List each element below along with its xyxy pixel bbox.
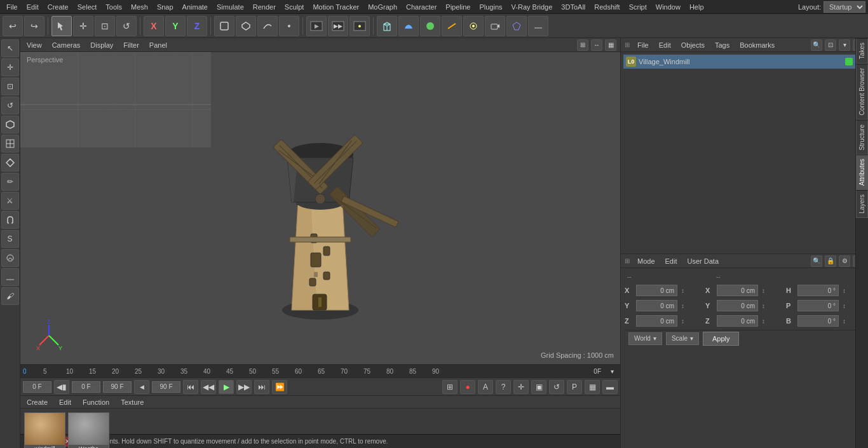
bp-function-btn[interactable]: Function: [80, 397, 112, 407]
attr-edit-btn[interactable]: Edit: [663, 256, 680, 266]
object-item-windmill[interactable]: L0 Village_Windmill: [623, 55, 865, 69]
viewport-settings-btn[interactable]: ↔: [591, 39, 602, 51]
tl-prev-btn[interactable]: ◀▮: [54, 380, 69, 394]
menu-pipeline[interactable]: Pipeline: [442, 2, 474, 12]
rtab-takes[interactable]: Takes: [856, 38, 868, 64]
sidebar-btn-paint2[interactable]: 🖌: [1, 287, 19, 305]
viewport-layout-btn[interactable]: ▦: [605, 39, 616, 51]
spline-button[interactable]: [398, 16, 419, 36]
timeline-ruler[interactable]: 0 5 10 15 20 25 30 35 40 45 50 55 60 65 …: [20, 365, 620, 377]
tl-forward-btn[interactable]: ⏭: [254, 380, 269, 394]
deformer-button[interactable]: [442, 16, 462, 36]
menu-create[interactable]: Create: [44, 2, 72, 12]
obj-edit-btn[interactable]: Edit: [656, 40, 674, 50]
viewport-panel-btn[interactable]: Panel: [147, 40, 170, 50]
menu-mesh[interactable]: Mesh: [127, 2, 152, 12]
render-active-button[interactable]: ▶▶: [328, 16, 348, 36]
tl-grid-btn[interactable]: ▦: [585, 380, 600, 394]
cube-button[interactable]: [377, 16, 397, 36]
tl-end-input-btn[interactable]: ◀: [134, 380, 149, 394]
menu-file[interactable]: File: [3, 2, 22, 12]
viewport-filter-btn[interactable]: Filter: [121, 40, 141, 50]
coord-input-y-rot[interactable]: [717, 300, 758, 311]
menu-vray[interactable]: V-Ray Bridge: [508, 2, 557, 12]
viewport-cameras-btn[interactable]: Cameras: [50, 40, 83, 50]
attr-lock-btn[interactable]: 🔒: [825, 255, 836, 267]
coord-input-b[interactable]: [797, 315, 839, 327]
tl-edit-btn[interactable]: ▣: [531, 380, 546, 394]
bp-edit-btn[interactable]: Edit: [57, 397, 74, 407]
viewport-display-btn[interactable]: Display: [88, 40, 116, 50]
scale-dropdown[interactable]: Scale ▾: [666, 332, 699, 345]
x-axis-button[interactable]: X: [144, 16, 164, 36]
floor-button[interactable]: [528, 16, 548, 36]
tl-record-btn[interactable]: ●: [460, 380, 475, 394]
menu-snap[interactable]: Snap: [153, 2, 177, 12]
point-mode-button[interactable]: •: [279, 16, 299, 36]
tl-step-back-btn[interactable]: ◀◀: [201, 380, 216, 394]
sidebar-btn-arrow[interactable]: ↖: [1, 39, 19, 57]
menu-sculpt[interactable]: Sculpt: [281, 2, 308, 12]
sidebar-btn-paint[interactable]: ✏: [1, 173, 19, 191]
coord-input-z-rot[interactable]: [717, 315, 758, 327]
obj-search-btn[interactable]: 🔍: [811, 39, 822, 51]
sidebar-btn-edge[interactable]: [1, 154, 19, 172]
sidebar-btn-knife[interactable]: ⚔: [1, 192, 19, 210]
obj-sort-btn[interactable]: ▾: [839, 39, 850, 51]
poly-mode-button[interactable]: [236, 16, 256, 36]
rtab-attributes[interactable]: Attributes: [856, 154, 868, 190]
tl-snap-btn[interactable]: ✛: [513, 380, 529, 394]
z-axis-button[interactable]: Z: [187, 16, 207, 36]
viewport-maximize-btn[interactable]: ⊞: [577, 39, 588, 51]
sidebar-btn-spiro[interactable]: S: [1, 230, 19, 248]
rtab-structure[interactable]: Structure: [856, 120, 868, 155]
tl-info-btn[interactable]: ?: [496, 380, 511, 394]
menu-tools[interactable]: Tools: [102, 2, 126, 12]
obj-filter-btn[interactable]: ⊡: [825, 39, 836, 51]
menu-motion-tracker[interactable]: Motion Tracker: [309, 2, 363, 12]
y-axis-button[interactable]: Y: [165, 16, 186, 36]
menu-window[interactable]: Window: [652, 2, 684, 12]
obj-file-btn[interactable]: File: [635, 40, 651, 50]
apply-button[interactable]: Apply: [703, 332, 740, 346]
coord-input-z-pos[interactable]: [636, 315, 677, 327]
rtab-content-browser[interactable]: Content Browser: [856, 64, 868, 119]
tl-play-btn[interactable]: ▶: [219, 380, 234, 394]
coord-input-y-pos[interactable]: [636, 300, 677, 311]
object-mode-button[interactable]: [214, 16, 234, 36]
undo-button[interactable]: ↩: [3, 16, 23, 36]
rtab-layers[interactable]: Layers: [856, 190, 868, 218]
menu-edit[interactable]: Edit: [23, 2, 43, 12]
menu-simulate[interactable]: Simulate: [213, 2, 248, 12]
render-region-button[interactable]: ▶: [306, 16, 327, 36]
select-tool-button[interactable]: [51, 16, 72, 36]
start-frame-input[interactable]: 0 F: [23, 381, 51, 393]
layout-dropdown[interactable]: Startup: [824, 1, 865, 13]
attr-search-btn[interactable]: 🔍: [811, 255, 822, 267]
viewport-view-btn[interactable]: View: [24, 40, 44, 50]
attr-mode-btn[interactable]: Mode: [635, 256, 658, 266]
viewport[interactable]: Perspective X Y Z Grid Spacing : 1000 cm: [20, 52, 620, 364]
material-swatch-weather[interactable]: Weathe: [68, 412, 109, 448]
tl-rewind-btn[interactable]: ⏮: [183, 380, 198, 394]
obj-bookmarks-btn[interactable]: Bookmarks: [737, 40, 777, 50]
tl-param-btn[interactable]: P: [567, 380, 582, 394]
obj-visibility-dot[interactable]: [845, 58, 853, 65]
render-queue-button[interactable]: ●: [349, 16, 370, 36]
coord-input-h[interactable]: [797, 285, 839, 296]
nurbs-button[interactable]: [420, 16, 440, 36]
rotate-tool-button[interactable]: ↺: [116, 16, 137, 36]
sidebar-btn-sculpt[interactable]: [1, 249, 19, 267]
world-dropdown[interactable]: World ▾: [628, 332, 662, 345]
tl-render-btn[interactable]: ▬: [602, 380, 618, 394]
menu-plugins[interactable]: Plugins: [475, 2, 506, 12]
redo-button[interactable]: ↪: [24, 16, 44, 36]
attr-settings-btn[interactable]: ⚙: [839, 255, 850, 267]
coord-input-x-rot[interactable]: [717, 285, 758, 296]
menu-mograph[interactable]: MoGraph: [364, 2, 401, 12]
tl-auto-btn[interactable]: A: [478, 380, 493, 394]
sidebar-btn-magnet[interactable]: [1, 211, 19, 229]
tl-loop-btn[interactable]: ⏩: [272, 380, 287, 394]
sidebar-btn-move[interactable]: ✛: [1, 58, 19, 76]
menu-redshift[interactable]: Redshift: [590, 2, 623, 12]
